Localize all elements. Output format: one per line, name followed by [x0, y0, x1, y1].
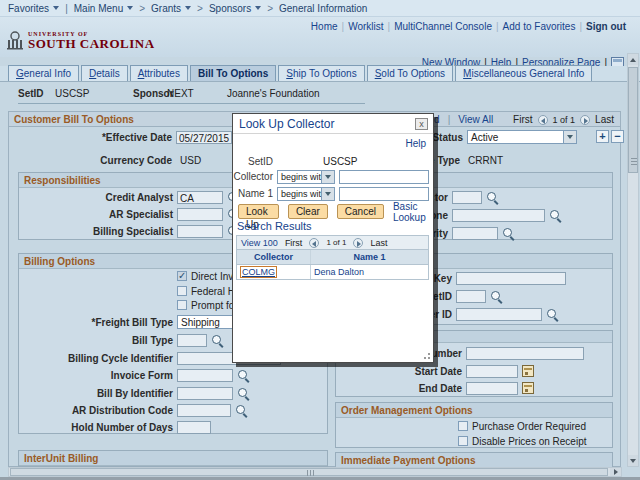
consolidation-key-input[interactable]: [456, 272, 566, 285]
billing-authority-input[interactable]: [452, 227, 498, 240]
main-menu[interactable]: Main Menu: [74, 3, 133, 14]
status-select[interactable]: Active: [467, 130, 577, 144]
lookup-collector-modal: Look Up Collector x Help SetID USCSP Col…: [232, 113, 434, 363]
view-100-link[interactable]: View 100: [241, 238, 278, 248]
scroll-right-icon[interactable]: [610, 468, 621, 476]
calendar-icon[interactable]: [522, 382, 534, 394]
collector-search-input[interactable]: [339, 170, 429, 184]
breadcrumb-sponsors[interactable]: Sponsors: [209, 3, 261, 14]
po-required-checkbox[interactable]: [458, 421, 468, 431]
name1-search-input[interactable]: [339, 187, 429, 201]
dropdown-arrow-icon[interactable]: [321, 188, 334, 200]
tab-details[interactable]: Details: [81, 65, 128, 81]
lookup-icon[interactable]: [235, 404, 247, 416]
resize-grip-icon[interactable]: [421, 350, 430, 359]
end-date-row: End Date: [341, 381, 534, 395]
po-number-input[interactable]: [466, 347, 584, 360]
customer-id-input[interactable]: [456, 308, 542, 321]
tab-general-info[interactable]: General Info: [8, 65, 79, 81]
calendar-icon[interactable]: [522, 365, 534, 377]
ar-specialist-input[interactable]: [177, 208, 223, 221]
ar-distribution-input[interactable]: [177, 404, 231, 417]
dropdown-arrow-icon[interactable]: [563, 131, 576, 143]
vertical-scrollbar[interactable]: [627, 53, 639, 467]
consolidation-setid-input[interactable]: [456, 290, 486, 303]
start-date-input[interactable]: [466, 365, 518, 378]
prev-page-icon[interactable]: [538, 115, 548, 125]
modal-collector-label: Collector: [233, 171, 273, 182]
end-date-input[interactable]: [466, 382, 518, 395]
close-icon[interactable]: x: [415, 118, 428, 130]
tab-bill-to-options[interactable]: Bill To Options: [190, 65, 276, 81]
look-up-button[interactable]: Look Up: [238, 204, 279, 219]
effective-date-input[interactable]: 05/27/2015: [176, 131, 232, 144]
favorites-menu[interactable]: Favorites: [8, 3, 59, 14]
row-actions: + −: [596, 129, 624, 143]
home-link[interactable]: Home: [311, 21, 338, 32]
collector-input[interactable]: [452, 191, 482, 204]
name1-operator-select[interactable]: begins with: [277, 187, 335, 201]
next-page-icon[interactable]: [353, 238, 363, 248]
prev-page-icon[interactable]: [309, 238, 319, 248]
tab-sold-to-options[interactable]: Sold To Options: [367, 65, 453, 81]
setid-label: SetID: [18, 88, 44, 99]
scroll-up-icon[interactable]: [628, 54, 638, 65]
billing-specialist-input[interactable]: [177, 225, 223, 238]
row-count: 1 of 1: [553, 115, 576, 125]
clear-button[interactable]: Clear: [288, 204, 328, 219]
multichannel-console-link[interactable]: MultiChannel Console: [394, 21, 492, 32]
view-all-link[interactable]: View All: [458, 114, 493, 125]
add-to-favorites-link[interactable]: Add to Favorites: [503, 21, 576, 32]
cancel-button[interactable]: Cancel: [337, 204, 384, 219]
lookup-icon[interactable]: [237, 369, 249, 381]
lookup-icon[interactable]: [486, 191, 498, 203]
sponsors-label: Sponsors: [209, 3, 251, 14]
horizontal-scrollbar[interactable]: [8, 467, 622, 477]
collector-operator-select[interactable]: begins with: [277, 170, 335, 184]
lookup-icon[interactable]: [211, 334, 223, 346]
direct-invoicing-checkbox[interactable]: [177, 271, 187, 281]
modal-name1-label: Name 1: [233, 188, 273, 199]
lookup-icon[interactable]: [237, 387, 249, 399]
pager-controls: Find| View All First 1 of 1 Last: [420, 114, 614, 125]
next-page-icon[interactable]: [580, 115, 590, 125]
horizontal-scroll-thumb[interactable]: [10, 468, 608, 476]
divider: |: [388, 21, 391, 32]
tab-attributes[interactable]: Attributes: [130, 65, 188, 81]
start-date-label: Start Date: [341, 366, 462, 377]
inquiry-phone-input[interactable]: [452, 209, 545, 222]
name1-result-value: Dena Dalton: [311, 265, 428, 279]
currency-row: Currency Code USD: [60, 153, 201, 167]
lookup-icon[interactable]: [490, 290, 502, 302]
lookup-icon[interactable]: [546, 308, 558, 320]
header-links: Home| Worklist| MultiChannel Console| Ad…: [311, 21, 626, 32]
tab-misc-general-info[interactable]: Miscellaneous General Info: [455, 65, 592, 81]
delete-row-button[interactable]: −: [611, 130, 624, 143]
immediate-payment-box: Immediate Payment Options: [335, 452, 613, 467]
add-row-button[interactable]: +: [596, 130, 609, 143]
credit-analyst-input[interactable]: CA: [177, 191, 223, 204]
scroll-down-icon[interactable]: [628, 455, 638, 466]
vertical-scroll-thumb[interactable]: [628, 67, 638, 173]
lookup-icon[interactable]: [549, 209, 561, 221]
breadcrumb-grants[interactable]: Grants: [151, 3, 191, 14]
sign-out-link[interactable]: Sign out: [586, 21, 626, 32]
collector-column-header: Collector: [237, 250, 311, 264]
collector-result-link[interactable]: COLMG: [240, 266, 277, 278]
disable-prices-checkbox[interactable]: [458, 436, 468, 446]
bill-by-input[interactable]: [177, 387, 233, 400]
federal-highway-checkbox[interactable]: [177, 286, 187, 296]
basic-lookup-link[interactable]: Basic Lookup: [393, 201, 433, 223]
prompt-billing-checkbox[interactable]: [177, 300, 187, 310]
search-results-title: Search Results: [237, 220, 312, 232]
invoice-form-input[interactable]: [177, 369, 233, 382]
hold-days-input[interactable]: [177, 421, 211, 434]
billing-cycle-label: Billing Cycle Identifier: [20, 353, 173, 364]
disable-prices-row: Disable Prices on Receipt: [458, 434, 587, 448]
dropdown-arrow-icon[interactable]: [321, 171, 334, 183]
tab-ship-to-options[interactable]: Ship To Options: [278, 65, 364, 81]
worklist-link[interactable]: Worklist: [348, 21, 383, 32]
bill-type-input[interactable]: [177, 334, 207, 347]
lookup-icon[interactable]: [502, 227, 514, 239]
modal-help-link[interactable]: Help: [405, 138, 426, 149]
